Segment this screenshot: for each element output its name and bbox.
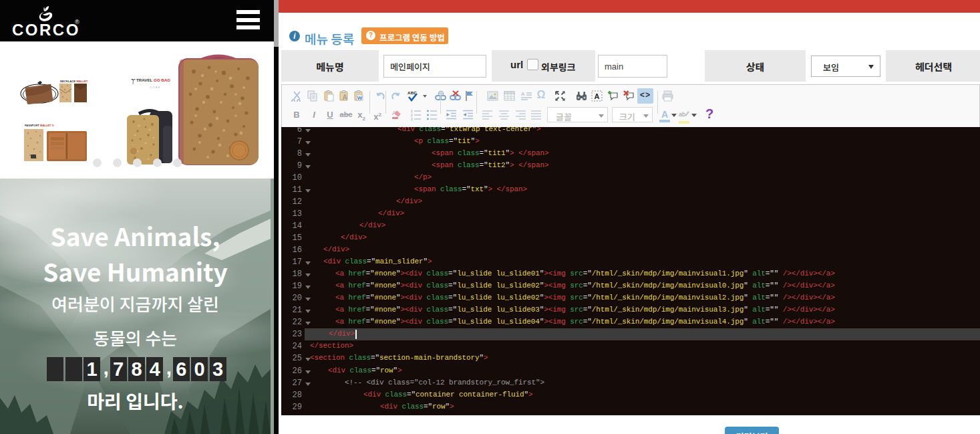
svg-text:W: W — [357, 95, 363, 101]
svg-text:A: A — [342, 94, 347, 101]
svg-text:3: 3 — [411, 117, 413, 120]
svg-text:A: A — [521, 91, 525, 97]
svg-text:ab: ab — [679, 111, 685, 118]
svg-text:A: A — [595, 92, 600, 100]
